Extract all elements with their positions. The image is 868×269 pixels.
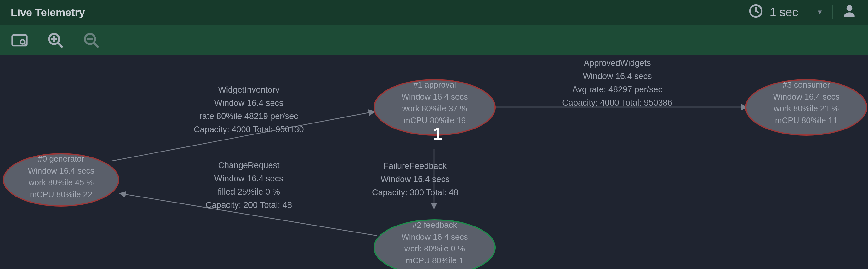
refresh-interval-value: 1 sec [769, 6, 798, 19]
svg-line-11 [112, 112, 375, 161]
user-icon[interactable] [841, 3, 857, 22]
svg-line-5 [58, 43, 62, 47]
zoom-out-button[interactable] [81, 30, 101, 51]
separator [832, 5, 833, 19]
refresh-interval-select[interactable]: 1 sec ▼ [748, 3, 823, 22]
svg-line-9 [94, 43, 98, 47]
node-0-generator[interactable]: #0 generator Window 16.4 secs work 80%il… [3, 153, 119, 207]
page-title: Live Telemetry [11, 6, 85, 19]
svg-line-12 [120, 193, 377, 236]
indicator-glyph: 1 [432, 123, 443, 144]
clock-icon [748, 3, 764, 22]
toolbar [0, 25, 868, 55]
node-2-feedback[interactable]: #2 feedback Window 16.4 secs work 80%ile… [374, 219, 496, 269]
node-3-consumer[interactable]: #3 consumer Window 16.4 secs work 80%ile… [745, 79, 867, 136]
fit-to-screen-button[interactable] [9, 30, 30, 51]
zoom-in-button[interactable] [45, 30, 65, 51]
graph-canvas[interactable]: WidgetInventory Window 16.4 secs rate 80… [0, 55, 868, 269]
top-bar: Live Telemetry 1 sec ▼ [0, 0, 868, 25]
chevron-down-icon: ▼ [816, 8, 823, 17]
